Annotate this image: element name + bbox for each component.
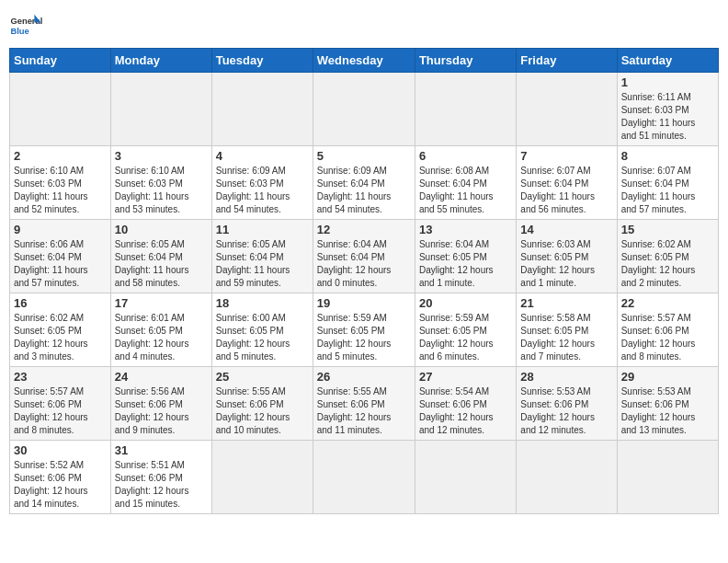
day-number: 20 xyxy=(419,296,512,310)
calendar-week-row: 1Sunrise: 6:11 AM Sunset: 6:03 PM Daylig… xyxy=(10,73,719,146)
day-number: 2 xyxy=(14,149,107,163)
calendar-cell: 4Sunrise: 6:09 AM Sunset: 6:03 PM Daylig… xyxy=(211,146,313,220)
day-info: Sunrise: 5:55 AM Sunset: 6:06 PM Dayligh… xyxy=(317,385,411,437)
day-number: 23 xyxy=(14,370,107,384)
day-info: Sunrise: 5:55 AM Sunset: 6:06 PM Dayligh… xyxy=(216,385,309,437)
calendar-cell: 29Sunrise: 5:53 AM Sunset: 6:06 PM Dayli… xyxy=(617,367,718,441)
calendar-cell xyxy=(10,73,111,146)
calendar-cell: 22Sunrise: 5:57 AM Sunset: 6:06 PM Dayli… xyxy=(617,293,718,367)
weekday-header-wednesday: Wednesday xyxy=(313,49,415,73)
weekday-header-saturday: Saturday xyxy=(617,49,718,73)
calendar-cell xyxy=(415,441,516,514)
day-info: Sunrise: 6:00 AM Sunset: 6:05 PM Dayligh… xyxy=(216,312,309,363)
calendar-cell: 17Sunrise: 6:01 AM Sunset: 6:05 PM Dayli… xyxy=(110,293,211,367)
day-number: 14 xyxy=(520,223,612,236)
calendar-cell: 3Sunrise: 6:10 AM Sunset: 6:03 PM Daylig… xyxy=(110,146,211,220)
calendar-cell: 31Sunrise: 5:51 AM Sunset: 6:06 PM Dayli… xyxy=(110,441,211,514)
day-number: 8 xyxy=(621,149,714,163)
calendar-cell: 1Sunrise: 6:11 AM Sunset: 6:03 PM Daylig… xyxy=(617,73,718,146)
day-number: 19 xyxy=(317,296,411,310)
day-number: 22 xyxy=(621,296,714,310)
calendar-week-row: 9Sunrise: 6:06 AM Sunset: 6:04 PM Daylig… xyxy=(10,220,719,293)
day-info: Sunrise: 5:53 AM Sunset: 6:06 PM Dayligh… xyxy=(520,385,612,437)
calendar-cell: 6Sunrise: 6:08 AM Sunset: 6:04 PM Daylig… xyxy=(415,146,516,220)
calendar-cell: 7Sunrise: 6:07 AM Sunset: 6:04 PM Daylig… xyxy=(517,146,617,220)
day-number: 15 xyxy=(621,223,714,236)
calendar-cell xyxy=(517,73,617,146)
day-info: Sunrise: 6:09 AM Sunset: 6:04 PM Dayligh… xyxy=(317,165,411,216)
day-info: Sunrise: 6:08 AM Sunset: 6:04 PM Dayligh… xyxy=(419,165,512,216)
calendar-cell xyxy=(313,441,415,514)
day-info: Sunrise: 6:04 AM Sunset: 6:04 PM Dayligh… xyxy=(317,238,411,290)
day-info: Sunrise: 5:58 AM Sunset: 6:05 PM Dayligh… xyxy=(520,312,612,363)
calendar-cell: 10Sunrise: 6:05 AM Sunset: 6:04 PM Dayli… xyxy=(110,220,211,293)
calendar-week-row: 30Sunrise: 5:52 AM Sunset: 6:06 PM Dayli… xyxy=(10,441,719,514)
day-number: 25 xyxy=(216,370,309,384)
calendar-cell: 15Sunrise: 6:02 AM Sunset: 6:05 PM Dayli… xyxy=(617,220,718,293)
calendar-cell: 27Sunrise: 5:54 AM Sunset: 6:06 PM Dayli… xyxy=(415,367,516,441)
calendar-cell xyxy=(313,73,415,146)
day-info: Sunrise: 5:51 AM Sunset: 6:06 PM Dayligh… xyxy=(115,459,208,511)
day-info: Sunrise: 5:56 AM Sunset: 6:06 PM Dayligh… xyxy=(115,385,208,437)
calendar-week-row: 2Sunrise: 6:10 AM Sunset: 6:03 PM Daylig… xyxy=(10,146,719,220)
calendar-cell: 20Sunrise: 5:59 AM Sunset: 6:05 PM Dayli… xyxy=(415,293,516,367)
calendar-cell: 8Sunrise: 6:07 AM Sunset: 6:04 PM Daylig… xyxy=(617,146,718,220)
day-info: Sunrise: 6:02 AM Sunset: 6:05 PM Dayligh… xyxy=(621,238,714,290)
day-number: 26 xyxy=(317,370,411,384)
calendar-cell xyxy=(517,441,617,514)
day-number: 13 xyxy=(419,223,512,236)
weekday-header-thursday: Thursday xyxy=(415,49,516,73)
calendar-cell: 19Sunrise: 5:59 AM Sunset: 6:05 PM Dayli… xyxy=(313,293,415,367)
calendar-cell: 23Sunrise: 5:57 AM Sunset: 6:06 PM Dayli… xyxy=(10,367,111,441)
weekday-header-sunday: Sunday xyxy=(10,49,111,73)
day-number: 11 xyxy=(216,223,309,236)
day-info: Sunrise: 5:57 AM Sunset: 6:06 PM Dayligh… xyxy=(14,385,107,437)
day-number: 7 xyxy=(520,149,612,163)
day-number: 27 xyxy=(419,370,512,384)
calendar-cell xyxy=(211,441,313,514)
day-info: Sunrise: 6:07 AM Sunset: 6:04 PM Dayligh… xyxy=(520,165,612,216)
day-number: 16 xyxy=(14,296,107,310)
calendar-cell: 13Sunrise: 6:04 AM Sunset: 6:05 PM Dayli… xyxy=(415,220,516,293)
day-info: Sunrise: 5:59 AM Sunset: 6:05 PM Dayligh… xyxy=(317,312,411,363)
calendar-cell: 25Sunrise: 5:55 AM Sunset: 6:06 PM Dayli… xyxy=(211,367,313,441)
weekday-header-tuesday: Tuesday xyxy=(211,49,313,73)
header: General Blue xyxy=(9,9,719,42)
day-info: Sunrise: 6:10 AM Sunset: 6:03 PM Dayligh… xyxy=(115,165,208,216)
calendar-cell: 28Sunrise: 5:53 AM Sunset: 6:06 PM Dayli… xyxy=(517,367,617,441)
calendar-table: SundayMondayTuesdayWednesdayThursdayFrid… xyxy=(9,48,719,514)
day-info: Sunrise: 5:54 AM Sunset: 6:06 PM Dayligh… xyxy=(419,385,512,437)
day-number: 10 xyxy=(115,223,208,236)
day-number: 28 xyxy=(520,370,612,384)
day-number: 3 xyxy=(115,149,208,163)
calendar-cell: 12Sunrise: 6:04 AM Sunset: 6:04 PM Dayli… xyxy=(313,220,415,293)
day-number: 4 xyxy=(216,149,309,163)
day-info: Sunrise: 5:53 AM Sunset: 6:06 PM Dayligh… xyxy=(621,385,714,437)
day-info: Sunrise: 6:03 AM Sunset: 6:05 PM Dayligh… xyxy=(520,238,612,290)
day-number: 31 xyxy=(115,443,208,457)
logo-icon: General Blue xyxy=(9,9,42,42)
svg-text:Blue: Blue xyxy=(10,27,28,36)
weekday-header-friday: Friday xyxy=(517,49,617,73)
calendar-cell: 16Sunrise: 6:02 AM Sunset: 6:05 PM Dayli… xyxy=(10,293,111,367)
calendar-cell: 21Sunrise: 5:58 AM Sunset: 6:05 PM Dayli… xyxy=(517,293,617,367)
day-number: 18 xyxy=(216,296,309,310)
day-number: 17 xyxy=(115,296,208,310)
calendar-cell: 30Sunrise: 5:52 AM Sunset: 6:06 PM Dayli… xyxy=(10,441,111,514)
calendar-week-row: 16Sunrise: 6:02 AM Sunset: 6:05 PM Dayli… xyxy=(10,293,719,367)
day-info: Sunrise: 6:11 AM Sunset: 6:03 PM Dayligh… xyxy=(621,91,714,143)
calendar-header-row: SundayMondayTuesdayWednesdayThursdayFrid… xyxy=(10,49,719,73)
calendar-cell: 24Sunrise: 5:56 AM Sunset: 6:06 PM Dayli… xyxy=(110,367,211,441)
day-info: Sunrise: 6:10 AM Sunset: 6:03 PM Dayligh… xyxy=(14,165,107,216)
day-number: 29 xyxy=(621,370,714,384)
logo: General Blue xyxy=(9,9,42,42)
day-number: 30 xyxy=(14,443,107,457)
day-info: Sunrise: 6:06 AM Sunset: 6:04 PM Dayligh… xyxy=(14,238,107,290)
day-info: Sunrise: 6:01 AM Sunset: 6:05 PM Dayligh… xyxy=(115,312,208,363)
day-info: Sunrise: 5:52 AM Sunset: 6:06 PM Dayligh… xyxy=(14,459,107,511)
day-number: 12 xyxy=(317,223,411,236)
calendar-cell xyxy=(415,73,516,146)
calendar-week-row: 23Sunrise: 5:57 AM Sunset: 6:06 PM Dayli… xyxy=(10,367,719,441)
calendar-cell: 26Sunrise: 5:55 AM Sunset: 6:06 PM Dayli… xyxy=(313,367,415,441)
day-number: 21 xyxy=(520,296,612,310)
